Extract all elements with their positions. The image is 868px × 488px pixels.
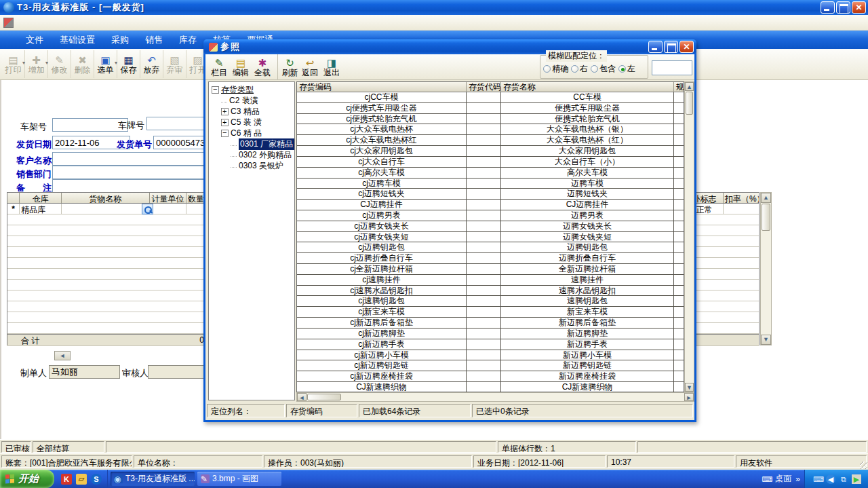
col-inv-code[interactable]: 存货编码	[297, 82, 467, 92]
inventory-row[interactable]: cj迈腾钥匙包 迈腾钥匙包	[297, 242, 684, 253]
vscroll-thumb[interactable]	[762, 204, 770, 231]
match-radio[interactable]: 左	[618, 63, 635, 75]
inventory-row[interactable]: cj便携式车用吸尘器 便携式车用吸尘器	[297, 103, 684, 114]
keyboard-icon[interactable]: ⌨	[813, 474, 823, 484]
detail-row-1-right[interactable]: 正常	[686, 204, 759, 214]
inventory-row[interactable]: cj迈腾男表 迈腾男表	[297, 210, 684, 221]
menu-item[interactable]: 文件	[18, 31, 52, 49]
menu-item[interactable]: 销售	[137, 31, 171, 49]
tree-node[interactable]: C6 精 品	[210, 128, 294, 138]
start-button[interactable]: 开始	[0, 470, 54, 488]
tree-node[interactable]: 存货类型	[210, 84, 294, 95]
lookup-magnifier-icon[interactable]	[142, 204, 153, 214]
match-radio[interactable]: 包含	[591, 63, 616, 75]
inventory-row[interactable]: cj大众车载电热杯 大众车载电热杯（银）	[297, 124, 684, 135]
tree-node[interactable]: C5 装 潢	[210, 117, 294, 128]
dialog-hscroll-right-arrow[interactable]: ►	[684, 393, 694, 401]
inventory-row[interactable]: cj新迈腾钥匙链 新迈腾钥匙链	[297, 360, 684, 371]
inventory-row[interactable]: cj大众家用钥匙包 大众家用钥匙包	[297, 146, 684, 157]
inventory-row[interactable]: cj迈腾短钱夹 迈腾短钱夹	[297, 189, 684, 200]
menu-item[interactable]: 基础设置	[52, 31, 103, 49]
dialog-hscrollbar[interactable]: ◄ ►	[296, 392, 694, 402]
toolbar-button[interactable]: ▦ 保存	[117, 50, 140, 78]
inventory-row[interactable]: cj迈腾车模 迈腾车模	[297, 179, 684, 189]
desktop-band-label[interactable]: 桌面	[775, 473, 791, 485]
inventory-row[interactable]: cj全新迈腾拉杆箱 全新迈腾拉杆箱	[297, 264, 684, 275]
inventory-row[interactable]: cj迈腾女钱夹长 迈腾女钱夹长	[297, 221, 684, 232]
warehouse-cell[interactable]: 精品库	[20, 204, 62, 214]
hscroll-left-arrow[interactable]: ◄	[54, 351, 71, 360]
minimize-icon[interactable]	[821, 1, 835, 14]
inventory-row[interactable]: cj新宝来车模 新宝来车模	[297, 307, 684, 318]
tree-expand-icon[interactable]	[231, 164, 237, 168]
tree-node[interactable]: C2 装潢	[210, 95, 294, 106]
tree-node[interactable]: C3 精品	[210, 106, 294, 117]
inventory-row[interactable]: cj新迈腾座椅挂袋 新迈腾座椅挂袋	[297, 371, 684, 382]
customer-input[interactable]	[52, 152, 225, 166]
inventory-row[interactable]: cj速腾水晶钥匙扣 速腾水晶钥匙扣	[297, 286, 684, 297]
col-inv-name[interactable]: 存货名称	[501, 82, 674, 92]
inventory-row[interactable]: cj高尔夫车模 高尔夫车模	[297, 168, 684, 179]
task-button[interactable]: ◉ T3-用友通标准版 ...	[111, 472, 195, 486]
dialog-vscroll-down-arrow[interactable]: ▼	[685, 383, 694, 392]
dialog-hscroll-thumb[interactable]	[307, 394, 341, 400]
tree-node[interactable]: 0303 吴银炉	[210, 160, 294, 171]
dialog-toolbar-button[interactable]: ✱ 全载	[252, 54, 273, 79]
dialog-vscroll-up-arrow[interactable]: ▲	[685, 82, 694, 91]
dialog-toolbar-button[interactable]: ◨ 退出	[321, 54, 342, 79]
tree-node[interactable]: 0301 厂家精品	[210, 138, 294, 149]
dialog-vscroll-thumb[interactable]	[686, 92, 693, 115]
folder-icon[interactable]: ▱	[76, 474, 87, 485]
menu-item[interactable]: 库存	[171, 31, 205, 49]
keyboard-icon[interactable]: ⌨	[762, 474, 771, 484]
kingsoft-icon[interactable]: K	[61, 474, 72, 485]
toolbar-button[interactable]: ▤ 打印	[2, 50, 25, 78]
detail-row-empty[interactable]	[7, 214, 205, 225]
close-icon[interactable]	[852, 1, 866, 14]
inventory-row[interactable]: cj新迈腾小车模 新迈腾小车模	[297, 350, 684, 361]
dialog-vscrollbar[interactable]: ▲ ▼	[684, 81, 694, 392]
dialog-toolbar-button[interactable]: ▤ 编辑	[230, 54, 252, 79]
toolbar-button[interactable]: ✎ 修改	[48, 50, 71, 78]
inventory-row[interactable]: cj新迈腾手表 新迈腾手表	[297, 339, 684, 350]
dialog-toolbar-button[interactable]: ↻ 刷新	[277, 54, 299, 79]
vin-input[interactable]	[52, 118, 128, 132]
back-circle-icon[interactable]: ◀	[826, 474, 835, 484]
network-icon[interactable]: ⧉	[839, 474, 848, 484]
dialog-minimize-icon[interactable]	[648, 41, 663, 53]
inventory-row[interactable]: cj速腾挂件 速腾挂件	[297, 275, 684, 286]
server-icon[interactable]: ▶	[852, 474, 861, 484]
tree-expand-icon[interactable]	[221, 130, 229, 137]
tree-expand-icon[interactable]	[221, 99, 227, 102]
col-inv-spec[interactable]: 规格	[674, 82, 684, 92]
vscroll-up-arrow[interactable]: ▲	[761, 193, 771, 203]
toolbar-button[interactable]: ▣ 选单	[94, 50, 117, 78]
vscroll-down-arrow[interactable]: ▼	[761, 335, 771, 345]
inventory-row[interactable]: cjCC车模 CC车模	[297, 92, 684, 103]
match-radio[interactable]: 精确	[543, 63, 568, 75]
tree-expand-icon[interactable]	[221, 108, 229, 115]
tree-node[interactable]: 0302 外购精品	[210, 149, 294, 160]
detail-row-1[interactable]: * 精品库	[7, 204, 205, 214]
dialog-close-icon[interactable]	[679, 41, 694, 53]
tree-expand-icon[interactable]	[231, 143, 237, 146]
inventory-row[interactable]: cj大众自行车 大众自行车（小）	[297, 157, 684, 168]
inventory-row[interactable]: cj迈腾女钱夹短 迈腾女钱夹短	[297, 232, 684, 243]
match-radio[interactable]: 右	[571, 63, 588, 75]
match-locate-input[interactable]	[652, 60, 692, 75]
inventory-row[interactable]: cj大众车载电热杯红 大众车载电热杯（红）	[297, 135, 684, 146]
memo-input[interactable]	[52, 179, 225, 193]
chevron-icon[interactable]: »	[795, 474, 800, 484]
inventory-row[interactable]: cj新迈腾脚垫 新迈腾脚垫	[297, 329, 684, 339]
inventory-row[interactable]: cj新迈腾后备箱垫 新迈腾后备箱垫	[297, 318, 684, 329]
menu-item[interactable]: 采购	[103, 31, 137, 49]
tree-expand-icon[interactable]	[231, 153, 237, 157]
sales-dept-input[interactable]	[52, 166, 225, 179]
inventory-row[interactable]: cj速腾钥匙包 速腾钥匙包	[297, 296, 684, 307]
dialog-toolbar-button[interactable]: ↩ 返回	[299, 54, 321, 79]
document-icon[interactable]	[3, 18, 14, 28]
maker-input[interactable]	[49, 365, 120, 379]
inventory-row[interactable]: CJ迈腾挂件 CJ迈腾挂件	[297, 200, 684, 210]
toolbar-button[interactable]: ✖ 删除	[71, 50, 94, 78]
tree-expand-icon[interactable]	[221, 119, 229, 126]
